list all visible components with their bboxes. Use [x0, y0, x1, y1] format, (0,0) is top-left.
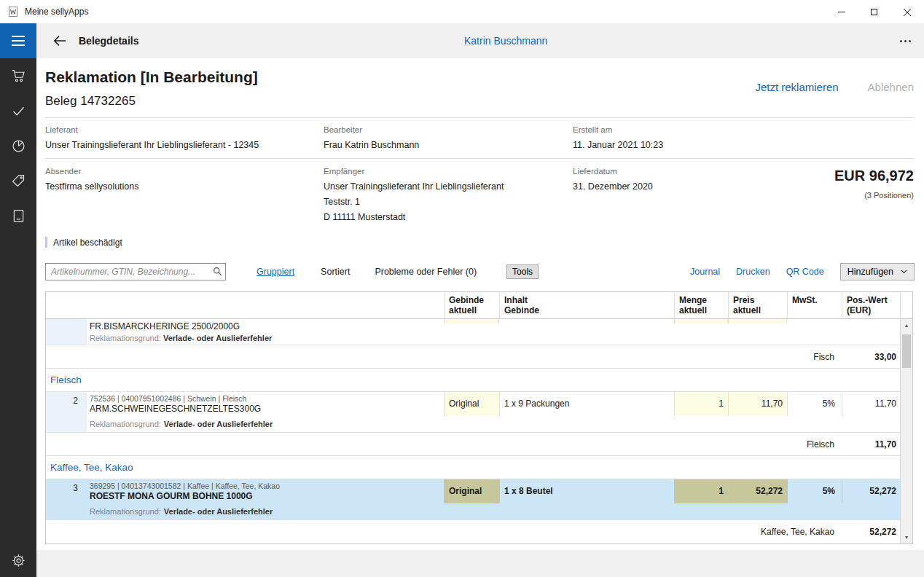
- tag-color-bar: [45, 237, 47, 248]
- close-button[interactable]: [890, 1, 923, 23]
- group-header-kaffee: Kaffee, Tee, Kakao: [46, 456, 900, 479]
- sidebar-item-cart[interactable]: [0, 68, 36, 85]
- link-print[interactable]: Drucken: [736, 267, 770, 277]
- hamburger-icon: [12, 36, 25, 37]
- column-header-menge[interactable]: Menge aktuell: [674, 292, 728, 318]
- group-footer-value: 52,272: [842, 527, 900, 537]
- divider: [45, 158, 915, 159]
- document-number: Beleg 14732265: [45, 94, 136, 109]
- sidebar: [0, 58, 36, 577]
- row-number-cell: [46, 319, 87, 345]
- add-button-label: Hinzufügen: [847, 267, 893, 277]
- table-row-partial[interactable]: FR.BISMARCKHERINGE 2500/2000G Reklamatio…: [46, 319, 900, 345]
- back-button[interactable]: [52, 34, 68, 48]
- field-label-bearbeiter: Bearbeiter: [324, 125, 362, 134]
- table-row-selected[interactable]: 3 369295 | 04013743001582 | Kaffee | Kaf…: [46, 479, 900, 520]
- filter-problems[interactable]: Probleme oder Fehler (0): [375, 267, 477, 277]
- column-header-gebinde[interactable]: Gebinde aktuell: [444, 292, 499, 318]
- group-footer-value: 33,00: [842, 352, 900, 362]
- app-icon: [7, 6, 19, 17]
- field-label-erstellt: Erstellt am: [573, 125, 612, 134]
- group-header-fleisch: Fleisch: [46, 369, 900, 392]
- minimize-button[interactable]: [825, 1, 858, 23]
- gear-icon: [11, 553, 26, 568]
- search-box: [45, 263, 226, 280]
- pie-chart-icon: [11, 138, 26, 154]
- group-footer-label: Fleisch: [46, 439, 842, 450]
- filter-grouped[interactable]: Gruppiert: [257, 267, 294, 277]
- cell-poswert: 11,70: [842, 392, 900, 416]
- group-footer-fisch: Fisch 33,00: [46, 345, 900, 369]
- sidebar-item-journal[interactable]: [0, 208, 36, 224]
- cell-inhalt: 1 x 9 Packungen: [499, 392, 674, 416]
- document-actions: Jetzt reklamieren Ablehnen: [755, 81, 914, 93]
- cell-gebinde: Original: [444, 392, 499, 416]
- column-header-mwst[interactable]: MwSt.: [787, 292, 842, 318]
- field-label-lieferant: Lieferant: [45, 125, 78, 134]
- maximize-icon: [871, 9, 877, 15]
- tools-button[interactable]: Tools: [506, 264, 539, 279]
- window-title: Meine sellyApps: [25, 7, 88, 17]
- column-header-inhalt[interactable]: Inhalt Gebinde: [499, 292, 674, 318]
- positions-table: Gebinde aktuell Inhalt Gebinde Menge akt…: [45, 291, 913, 544]
- field-value-empfaenger: Unser Trainingslieferant Ihr Lieblingsli…: [324, 179, 504, 225]
- field-value-lieferant: Unser Trainingslieferant Ihr Lieblingsli…: [45, 140, 259, 150]
- link-qr-code[interactable]: QR Code: [786, 267, 824, 277]
- row-number: 3: [46, 479, 87, 503]
- field-value-erstellt: 11. Januar 2021 10:23: [573, 140, 663, 150]
- column-header-number: [46, 292, 87, 318]
- field-value-bearbeiter: Frau Katrin Buschmann: [324, 140, 419, 150]
- chevron-down-icon: [901, 270, 907, 274]
- article-cell: 369295 | 04013743001582 | Kaffee | Kaffe…: [87, 479, 444, 503]
- group-footer-label: Fisch: [46, 352, 842, 362]
- cell-preis: 11,70: [728, 392, 787, 416]
- cell-preis: 52,272: [728, 479, 787, 503]
- cart-icon: [11, 68, 26, 84]
- divider: [45, 117, 915, 118]
- sidebar-item-offers[interactable]: [0, 173, 36, 189]
- filter-sorted[interactable]: Sortiert: [321, 267, 350, 277]
- group-footer-value: 11,70: [842, 439, 900, 450]
- add-button[interactable]: Hinzufügen: [840, 263, 915, 280]
- more-options-button[interactable]: [900, 23, 911, 58]
- complaint-reason: Reklamationsgrund: Verlade- oder Auslief…: [90, 334, 272, 342]
- title-bar: Meine sellyApps: [0, 0, 924, 23]
- column-header-preis[interactable]: Preis aktuell: [728, 292, 787, 318]
- highlight-cell-clipped: [444, 319, 499, 323]
- table-row[interactable]: 2 752536 | 04007951002486 | Schwein | Fl…: [46, 392, 900, 433]
- scroll-down-icon[interactable]: ▼: [901, 531, 912, 543]
- sidebar-item-statistics[interactable]: [0, 138, 36, 154]
- table-header-row: Gebinde aktuell Inhalt Gebinde Menge akt…: [46, 292, 900, 319]
- app-window: Meine sellyApps Belegdetails Katrin Busc…: [0, 0, 924, 577]
- table-scrollbar[interactable]: ▲ ▼: [901, 319, 912, 543]
- column-header-poswert[interactable]: Pos.-Wert (EUR): [842, 292, 900, 318]
- link-journal[interactable]: Journal: [690, 267, 720, 277]
- decline-button[interactable]: Ablehnen: [868, 81, 914, 93]
- window-controls: [825, 1, 923, 23]
- cell-menge: 1: [674, 392, 728, 416]
- article-name: ARM.SCHWEINEGESCHNETZELTES300G: [90, 404, 439, 415]
- article-meta: 752536 | 04007951002486 | Schwein | Flei…: [90, 394, 439, 403]
- hamburger-menu-button[interactable]: [0, 23, 36, 58]
- search-input[interactable]: [45, 263, 226, 280]
- row-number: 2: [46, 392, 87, 416]
- sidebar-item-tasks[interactable]: [0, 103, 36, 119]
- column-header-article: [87, 292, 444, 318]
- cell-mwst: 5%: [787, 392, 842, 416]
- group-footer-fleisch: Fleisch 11,70: [46, 433, 900, 456]
- cell-poswert: 52,272: [842, 479, 900, 503]
- complaint-reason: Reklamationsgrund: Verlade- oder Auslief…: [87, 416, 273, 432]
- document-title: Reklamation [In Bearbeitung]: [45, 68, 258, 86]
- claim-now-button[interactable]: Jetzt reklamieren: [755, 81, 838, 93]
- scrollbar-thumb[interactable]: [902, 334, 911, 368]
- list-toolbar: Gruppiert Sortiert Probleme oder Fehler …: [45, 263, 915, 280]
- group-footer-kaffee: Kaffee, Tee, Kakao 52,272: [46, 520, 900, 543]
- sidebar-item-settings[interactable]: [0, 553, 36, 568]
- maximize-button[interactable]: [858, 1, 890, 23]
- checkmark-icon: [11, 103, 26, 119]
- total-positions: (3 Positionen): [864, 191, 914, 200]
- scroll-up-icon[interactable]: ▲: [901, 319, 912, 331]
- article-meta: 369295 | 04013743001582 | Kaffee | Kaffe…: [90, 482, 439, 490]
- cell-mwst: 5%: [787, 479, 842, 503]
- search-icon: [213, 267, 222, 276]
